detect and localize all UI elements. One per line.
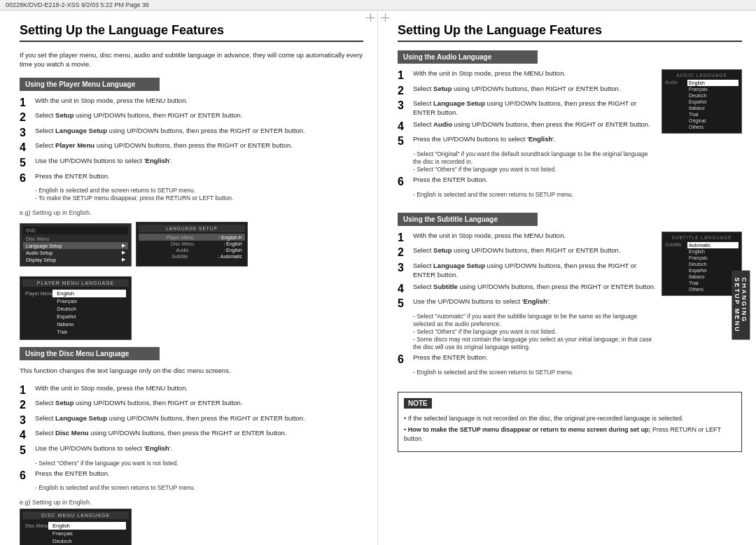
note-title: NOTE (404, 398, 432, 409)
crosshair-tr (366, 13, 374, 22)
section2-header: Using the Disc Menu Language (20, 347, 160, 360)
step-1-3: 3 Select Language Setup using UP/DOWN bu… (20, 127, 363, 139)
step-text: With the unit in Stop mode, press the ME… (413, 69, 566, 78)
top-bar: 00228K/DVD-E218-2-XSS 9/2/03 5:22 PM Pag… (0, 0, 756, 10)
section1-header: Using the Player Menu Language (20, 78, 160, 91)
dvd-item-audiosetup: Audio Setup▶ (23, 249, 128, 256)
dvd-label: DVD (26, 228, 36, 233)
step-2-5: 5 Use the UP/DOWN buttons to select 'Eng… (20, 444, 363, 457)
step-text: Select Setup using UP/DOWN buttons, then… (35, 111, 243, 120)
section2-desc: This function changes the text language … (20, 366, 363, 375)
step-text: Select Subtitle using UP/DOWN buttons, t… (413, 283, 656, 292)
subtitle-item: Deutsch (687, 261, 738, 267)
audio-item: Español (687, 99, 738, 105)
audio-label: Audio (665, 80, 685, 85)
audio-item: Thai (687, 111, 738, 118)
step-text: Press the UP/DOWN buttons to select 'Eng… (413, 135, 556, 144)
step-text: Press the ENTER button. (35, 172, 110, 181)
langrow-playermenu: Player Menu : English ▶ (139, 234, 245, 241)
top-bar-label: 00228K/DVD-E218-2-XSS 9/2/03 5:22 PM Pag… (6, 1, 149, 8)
step-2-4: 4 Select Disc Menu using UP/DOWN buttons… (20, 429, 363, 441)
right-page-title: Setting Up the Language Features (398, 23, 742, 42)
step-num: 2 (20, 399, 31, 411)
step-num: 6 (20, 172, 31, 185)
step-text: Select Disc Menu using UP/DOWN buttons, … (35, 429, 286, 438)
step-num: 3 (20, 127, 31, 139)
intro-text: If you set the player menu, disc menu, a… (20, 50, 363, 69)
step-text: Press the ENTER button. (413, 353, 488, 362)
step-s4: 4 Select Subtitle using UP/DOWN buttons,… (398, 283, 656, 295)
step-1-6-sub: - English is selected and the screen ret… (35, 187, 363, 202)
lang-item: Italiano (52, 320, 126, 328)
langrow-audio: Audio : English (139, 247, 245, 253)
example-label-1: e.g) Setting up in English. (20, 209, 363, 216)
audio-list: English Français Deutsch Español Italian… (687, 80, 738, 130)
step-text: Select Setup using UP/DOWN buttons, then… (413, 85, 621, 94)
step-s2: 2 Select Setup using UP/DOWN buttons, th… (398, 246, 656, 259)
dvd-screen-playermenulang: PLAYER MENU LANGUAGE Player Menu English… (20, 276, 132, 340)
step-text: Select Language Setup using UP/DOWN butt… (413, 99, 656, 118)
step-text: Use the UP/DOWN buttons to select 'Engli… (35, 157, 172, 166)
section-audio-header: Using the Audio Language (398, 50, 538, 64)
audio-lang-mockup: AUDIO LANGUAGE Audio English Français De… (662, 69, 742, 134)
section-subtitle-header: Using the Subtitle Language (398, 213, 538, 226)
step-text: Select Language Setup using UP/DOWN butt… (413, 262, 656, 280)
subtitle-item: Français (687, 255, 738, 261)
step-num: 5 (398, 135, 409, 148)
lang-item: Français (48, 530, 126, 537)
playermenu-label: Player Menu (25, 290, 52, 336)
step-num: 6 (20, 469, 31, 482)
step-num: 6 (398, 176, 409, 188)
step-a3: 3 Select Language Setup using UP/DOWN bu… (398, 99, 656, 118)
discmenulang-header: DISC MENU LANGUAGE (22, 511, 129, 519)
step-2-6: 6 Press the ENTER button. (20, 469, 363, 482)
main-content: Setting Up the Language Features If you … (0, 10, 756, 545)
step-num: 2 (398, 85, 409, 97)
step-num: 2 (398, 246, 409, 259)
note-text: • If the selected language is not record… (404, 414, 736, 444)
step-a5: 5 Press the UP/DOWN buttons to select 'E… (398, 135, 656, 148)
note-box: NOTE • If the selected language is not r… (398, 392, 742, 453)
step-num: 2 (20, 111, 31, 124)
subtitle-lang-mockup: SUBTITLE LANGUAGE Subtitle Automatic Eng… (662, 232, 742, 296)
step-num: 3 (20, 414, 31, 427)
audio-item: Français (687, 86, 738, 92)
audio-item: Original (687, 118, 738, 124)
step-text: Select Player Menu using UP/DOWN buttons… (35, 141, 293, 150)
step-num: 1 (20, 97, 31, 109)
left-page-title: Setting Up the Language Features (20, 23, 363, 42)
subtitle-item: Thai (687, 280, 738, 286)
step-num: 4 (398, 283, 409, 295)
lang-item: Thai (52, 328, 126, 336)
step-1-4: 4 Select Player Menu using UP/DOWN butto… (20, 141, 363, 154)
dvd-item-discmenu: Disc Menu (23, 236, 128, 242)
subtitle-list: Automatic English Français Deutsch Españ… (687, 242, 738, 292)
step-num: 1 (398, 69, 409, 82)
step-text: Select Language Setup using UP/DOWN butt… (35, 127, 305, 136)
page-right: Setting Up the Language Features Using t… (378, 10, 756, 545)
step-text: Select Setup using UP/DOWN buttons, then… (413, 246, 621, 255)
note-item-2: • How to make the SETUP menu disappear o… (404, 425, 736, 443)
side-label: CHANGING SETUP MENU (732, 271, 750, 340)
step-text: Press the ENTER button. (35, 469, 110, 479)
note-item-1: • If the selected language is not record… (404, 414, 736, 423)
section2-steps: 1 With the unit in Stop mode, press the … (20, 384, 363, 493)
subtitle-label: Subtitle (665, 242, 685, 247)
step-text: Press the ENTER button. (413, 176, 488, 185)
discmenu-label: Disc Menu (25, 522, 48, 545)
step-s5-sub: - Select "Automatic" if you want the sub… (413, 313, 656, 351)
dvd-screen-main: DVD Disc Menu Language Setup▶ Audio Setu… (20, 223, 132, 267)
step-num: 4 (20, 429, 31, 441)
step-num: 3 (398, 262, 409, 274)
audio-lang-row: Audio English Français Deutsch Español I… (665, 80, 738, 130)
dvd-screen-langsetup: LANGUAGE SETUP Player Menu : English ▶ D… (136, 222, 248, 267)
step-num: 1 (20, 384, 31, 397)
audio-lang-header: AUDIO LANGUAGE (665, 73, 738, 78)
step-text: Select Language Setup using UP/DOWN butt… (35, 414, 305, 423)
lang-item: Español (52, 313, 126, 320)
lang-item: Deutsch (48, 537, 126, 545)
dvd-item-displaysetup: Display Setup▶ (23, 256, 128, 263)
audio-item: Deutsch (687, 92, 738, 99)
step-a4: 4 Select Audio using UP/DOWN buttons, th… (398, 120, 656, 133)
langrow-subtitle: Subtitle : Automatic (139, 253, 245, 260)
